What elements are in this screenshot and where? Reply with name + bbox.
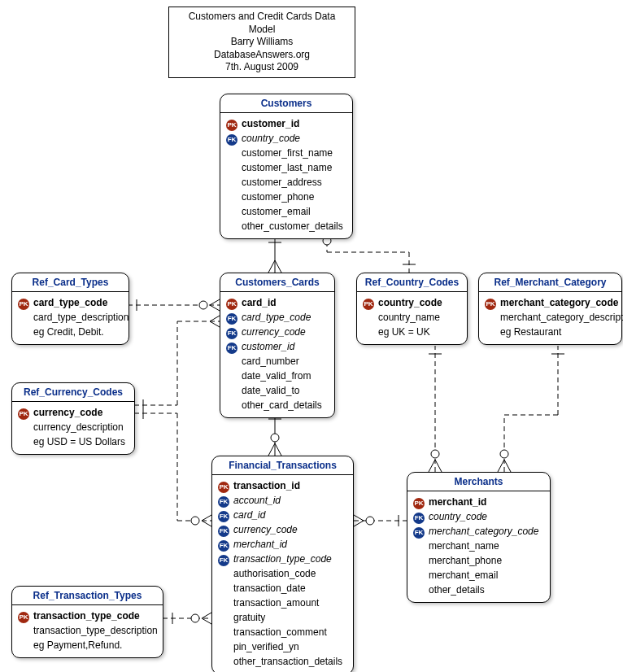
attr-name: customer_id [240, 116, 299, 131]
attr-row: FKcard_type_code [224, 310, 331, 325]
attr-name: country_code [240, 131, 300, 146]
attr-row: merchant_category_description [482, 310, 618, 325]
attr-name: transaction_type_code [232, 552, 332, 566]
attr-name: eg Credit, Debit. [32, 325, 104, 339]
pk-icon: PK [15, 405, 32, 420]
attr-row: PKcustomer_id [224, 116, 349, 131]
attr-row: gratuity [216, 610, 350, 625]
svg-line-38 [354, 515, 364, 521]
pk-icon: PK [15, 295, 32, 310]
erd-canvas: Customers and Credit Cards Data Model Ba… [0, 0, 623, 672]
entity-ref-card-types: Ref_Card_Types PKcard_type_codecard_type… [11, 273, 129, 345]
attr-row: merchant_phone [411, 553, 547, 568]
title-line2: Barry Williams [174, 36, 350, 49]
entity-attrs: PKtransaction_idFKaccount_idFKcard_idFKc… [212, 475, 353, 672]
svg-line-51 [504, 460, 511, 472]
fk-icon: FK [216, 552, 232, 566]
attr-row: customer_email [224, 204, 349, 219]
attr-name: currency_description [32, 420, 124, 434]
pk-icon: PK [224, 116, 240, 131]
attr-row: merchant_name [411, 539, 547, 553]
entity-customers-cards: Customers_Cards PKcard_idFKcard_type_cod… [220, 273, 335, 418]
entity-attrs: PKmerchant_category_codemerchant_categor… [479, 292, 621, 344]
attr-name: eg Payment,Refund. [32, 638, 122, 652]
attr-row: other_details [411, 583, 547, 597]
attr-row: transaction_amount [216, 596, 350, 610]
attr-name: customer_email [240, 204, 311, 219]
entity-financial-transactions: Financial_Transactions PKtransaction_idF… [211, 456, 354, 672]
entity-name: Customers [220, 94, 352, 113]
svg-line-23 [202, 515, 211, 521]
attr-name: eg USD = US Dollars [32, 434, 125, 449]
attr-row: eg USD = US Dollars [15, 434, 131, 449]
attr-name: account_id [232, 493, 281, 508]
fk-icon: FK [224, 325, 240, 339]
attr-name: date_valid_from [240, 369, 311, 383]
entity-attrs: PKcurrency_codecurrency_descriptioneg US… [12, 402, 134, 454]
attr-row: other_card_details [224, 398, 331, 412]
svg-point-25 [191, 517, 199, 525]
attr-row: PKmerchant_id [411, 495, 547, 509]
attr-row: pin_verified_yn [216, 639, 350, 654]
attr-name: customer_first_name [240, 146, 333, 160]
svg-line-18 [210, 316, 220, 321]
svg-line-34 [202, 618, 211, 624]
attr-name: currency_code [32, 405, 102, 420]
attr-row: FKaccount_id [216, 493, 350, 508]
entity-name: Merchants [407, 473, 550, 491]
entity-merchants: Merchants PKmerchant_idFKcountry_codeFKm… [407, 472, 551, 603]
attr-name: other_card_details [240, 398, 322, 412]
attr-row: FKcountry_code [224, 131, 349, 146]
entity-ref-transaction-types: Ref_Transaction_Types PKtransaction_type… [11, 586, 163, 658]
svg-point-30 [271, 434, 279, 442]
entity-attrs: PKtransaction_type_codetransaction_type_… [12, 605, 163, 657]
attr-row: FKcustomer_id [224, 339, 331, 354]
attr-name: merchant_category_code [499, 295, 618, 310]
attr-row: PKcurrency_code [15, 405, 131, 420]
attr-name: merchant_category_code [427, 524, 538, 539]
pk-icon: PK [216, 478, 232, 493]
svg-line-1 [268, 260, 275, 273]
svg-line-10 [210, 299, 220, 305]
attr-name: merchant_name [427, 539, 499, 553]
attr-name: merchant_category_description [499, 310, 623, 325]
entity-ref-merchant-category: Ref_Merchant_Category PKmerchant_categor… [478, 273, 622, 345]
attr-row: transaction_date [216, 581, 350, 596]
attr-row: FKcard_id [216, 508, 350, 522]
attr-row: date_valid_to [224, 383, 331, 398]
attr-row: customer_phone [224, 190, 349, 204]
attr-name: card_number [240, 354, 299, 369]
attr-row: customer_last_name [224, 160, 349, 175]
attr-name: pin_verified_yn [232, 639, 299, 654]
attr-name: other_customer_details [240, 219, 343, 233]
attr-row: FKmerchant_category_code [411, 524, 547, 539]
entity-customers: Customers PKcustomer_idFKcountry_codecus… [220, 94, 353, 239]
svg-line-44 [435, 460, 442, 472]
attr-name: currency_code [232, 522, 298, 537]
svg-point-13 [199, 301, 207, 309]
svg-line-33 [202, 613, 211, 618]
attr-name: transaction_id [232, 478, 300, 493]
fk-icon: FK [216, 522, 232, 537]
svg-line-28 [268, 443, 275, 456]
attr-row: FKmerchant_id [216, 537, 350, 552]
svg-line-29 [275, 443, 281, 456]
attr-row: FKcurrency_code [216, 522, 350, 537]
attr-row: other_customer_details [224, 219, 349, 233]
fk-icon: FK [216, 493, 232, 508]
svg-line-2 [275, 260, 281, 273]
attr-name: other_details [427, 583, 485, 597]
pk-icon: PK [15, 609, 32, 623]
attr-row: authorisation_code [216, 566, 350, 581]
fk-icon: FK [216, 508, 232, 522]
attr-name: card_type_description [32, 310, 129, 325]
attr-name: transaction_date [232, 581, 306, 596]
fk-icon: FK [224, 339, 240, 354]
svg-point-45 [431, 450, 439, 458]
entity-ref-currency-codes: Ref_Currency_Codes PKcurrency_codecurren… [11, 382, 135, 455]
attr-name: country_code [427, 509, 487, 524]
attr-row: other_transaction_details [216, 654, 350, 669]
entity-name: Customers_Cards [220, 273, 334, 292]
attr-name: customer_last_name [240, 160, 332, 175]
attr-row: date_valid_from [224, 369, 331, 383]
